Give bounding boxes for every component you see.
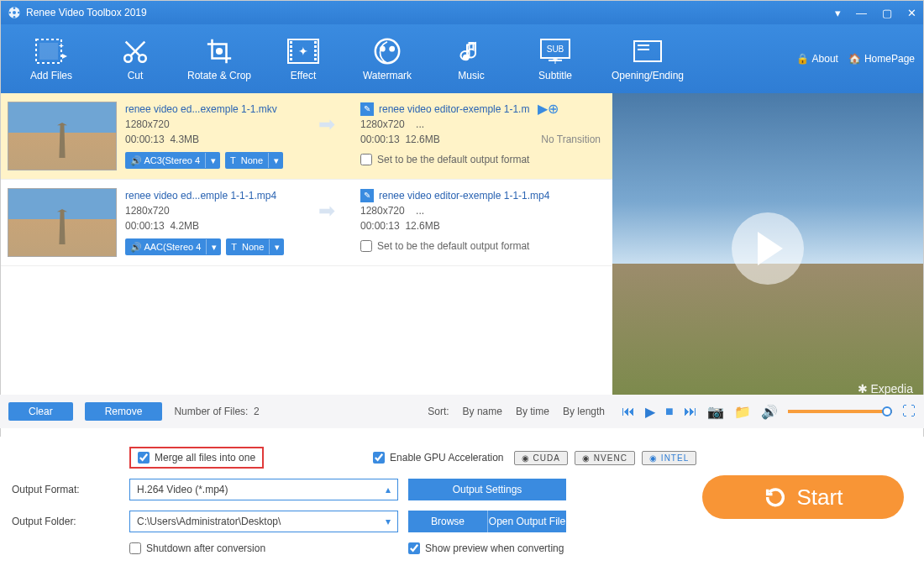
volume-slider[interactable] (788, 410, 892, 413)
preview-controls: ⏮ ▶ ■ ⏭ 📷 📁 🔊 ⛶ (613, 395, 924, 428)
transition-icon[interactable]: ▶⊕ (538, 102, 559, 117)
lock-icon: 🔒 (796, 53, 809, 65)
show-preview-checkbox[interactable]: Show preview when converting (408, 542, 564, 554)
output-format-combo[interactable]: H.264 Video (*.mp4)▴ (129, 479, 398, 500)
filmstrip-icon: + (13, 36, 90, 66)
default-format-checkbox[interactable]: Set to be the default output format (360, 152, 606, 167)
music-icon (433, 36, 510, 66)
sort-label: Sort: (428, 406, 449, 417)
svg-rect-14 (290, 45, 292, 48)
default-format-checkbox[interactable]: Set to be the default output format (360, 238, 606, 254)
output-filename: renee video editor-exemple 1-1-1.mp4 (379, 188, 549, 203)
start-button[interactable]: Start (702, 475, 904, 519)
main-toolbar: + Add Files Cut Rotate & Crop ✦ Effect W… (1, 24, 923, 93)
svg-text:SUB: SUB (547, 45, 564, 54)
chevron-down-icon[interactable]: ▾ (206, 239, 221, 254)
fullscreen-icon[interactable]: ⛶ (902, 404, 916, 419)
cuda-badge: ◉ CUDA (514, 451, 568, 465)
svg-rect-16 (290, 54, 292, 56)
list-footer-bar: Clear Remove Number of Files: 2 Sort: By… (0, 395, 613, 428)
edit-icon[interactable]: ✎ (360, 189, 374, 202)
rotate-crop-button[interactable]: Rotate & Crop (177, 31, 261, 86)
stop-icon[interactable]: ■ (665, 404, 674, 419)
prev-track-icon[interactable]: ⏮ (622, 404, 635, 419)
opening-ending-button[interactable]: Opening/Ending (597, 31, 698, 86)
gpu-accel-checkbox[interactable]: Enable GPU Acceleration (373, 452, 503, 464)
merge-files-checkbox[interactable]: Merge all files into one (129, 447, 264, 469)
audio-track-chip[interactable]: 🔊 AC3(Stereo 4▾ (125, 152, 220, 169)
output-folder-combo[interactable]: C:\Users\Administrator\Desktop\▾ (129, 511, 398, 532)
edit-icon[interactable]: ✎ (360, 102, 374, 116)
sort-by-time[interactable]: By time (516, 406, 549, 417)
output-resolution: 1280x720 ... (360, 203, 606, 218)
video-thumbnail (8, 102, 117, 170)
app-title: Renee Video Toolbox 2019 (26, 7, 147, 18)
shutdown-checkbox[interactable]: Shutdown after conversion (129, 542, 398, 554)
effect-button[interactable]: ✦ Effect (261, 31, 345, 86)
play-icon[interactable]: ▶ (645, 404, 655, 420)
svg-point-1 (13, 11, 16, 14)
transition-label: No Transition (541, 132, 601, 147)
svg-point-3 (13, 16, 16, 18)
subtitle-icon: SUBT (517, 36, 594, 66)
chevron-down-icon[interactable]: ▾ (268, 153, 283, 168)
chevron-down-icon[interactable]: ▾ (269, 239, 284, 254)
svg-point-26 (391, 47, 394, 50)
sort-by-length[interactable]: By length (563, 406, 605, 417)
crop-icon (181, 36, 258, 66)
svg-rect-22 (314, 58, 317, 60)
maximize-icon[interactable]: ▢ (882, 7, 892, 19)
open-output-file-button[interactable]: Open Output File (487, 511, 566, 532)
scissors-icon (97, 36, 174, 66)
app-logo-icon (8, 6, 21, 19)
output-duration-size: 00:00:13 12.6MB (360, 218, 606, 233)
svg-rect-18 (314, 41, 317, 44)
remove-button[interactable]: Remove (85, 402, 163, 421)
svg-rect-21 (314, 54, 317, 56)
svg-text:✦: ✦ (298, 45, 308, 58)
sort-by-name[interactable]: By name (463, 406, 502, 417)
snapshot-icon[interactable]: 📷 (707, 404, 724, 420)
cut-button[interactable]: Cut (93, 31, 177, 86)
audio-track-chip[interactable]: 🔊 AAC(Stereo 4▾ (125, 238, 221, 255)
svg-point-2 (13, 7, 16, 9)
svg-point-27 (463, 55, 470, 61)
open-folder-icon[interactable]: 📁 (734, 404, 751, 420)
svg-text:+: + (59, 41, 64, 50)
file-row[interactable]: renee video ed...emple 1-1-1.mp4 1280x72… (1, 180, 612, 266)
output-settings-button[interactable]: Output Settings (408, 479, 566, 500)
dropdown-icon[interactable]: ▾ (835, 7, 841, 19)
svg-rect-17 (290, 58, 292, 60)
subtitle-button[interactable]: SUBT Subtitle (513, 31, 597, 86)
output-resolution: 1280x720 ... (360, 117, 606, 132)
music-button[interactable]: Music (429, 31, 513, 86)
add-files-button[interactable]: + Add Files (9, 31, 93, 86)
close-icon[interactable]: ✕ (907, 7, 916, 19)
watermark-button[interactable]: Watermark (345, 31, 429, 86)
minimize-icon[interactable]: — (856, 7, 867, 19)
svg-rect-31 (634, 41, 661, 61)
intel-badge: ◉ INTEL (642, 451, 696, 465)
svg-point-11 (217, 49, 222, 54)
next-track-icon[interactable]: ⏭ (684, 404, 697, 419)
output-filename: renee video editor-exemple 1-1.m (379, 102, 529, 117)
file-row[interactable]: renee video ed...exemple 1-1.mkv 1280x72… (1, 93, 612, 180)
browse-button[interactable]: Browse (408, 511, 487, 532)
clear-button[interactable]: Clear (8, 402, 73, 421)
svg-rect-15 (290, 50, 292, 52)
subtitle-chip[interactable]: T None▾ (226, 238, 284, 255)
subtitle-chip[interactable]: T None▾ (225, 152, 283, 169)
svg-rect-7 (39, 43, 58, 60)
chevron-down-icon[interactable]: ▾ (205, 153, 220, 168)
card-icon (601, 36, 695, 66)
file-count-label: Number of Files: 2 (174, 406, 259, 417)
homepage-link[interactable]: 🏠HomePage (848, 53, 915, 65)
about-link[interactable]: 🔒About (796, 53, 838, 65)
arrow-right-icon: ➡ (318, 203, 335, 218)
svg-rect-13 (290, 41, 292, 44)
chevron-up-icon: ▴ (386, 484, 391, 495)
volume-icon[interactable]: 🔊 (761, 404, 778, 420)
preview-play-button[interactable] (732, 212, 804, 285)
svg-point-5 (18, 12, 20, 14)
svg-rect-19 (314, 45, 317, 48)
